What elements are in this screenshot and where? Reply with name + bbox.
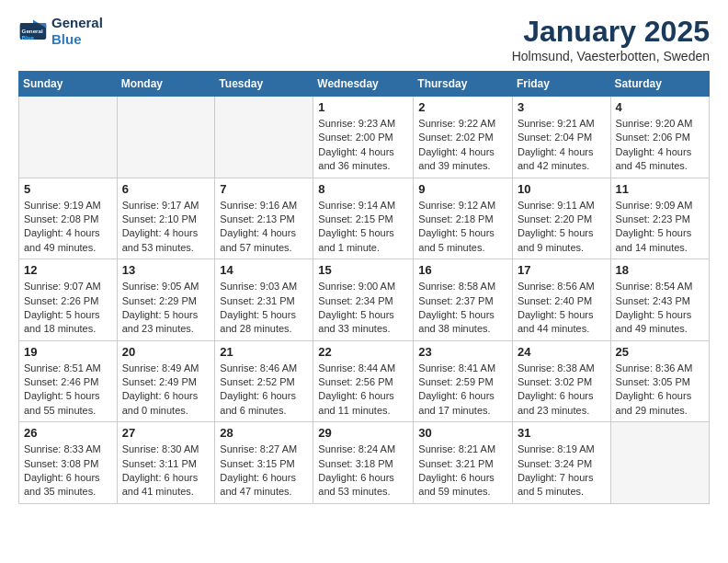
day-info: Sunrise: 9:12 AMSunset: 2:18 PMDaylight:… [418, 199, 507, 256]
calendar-cell: 13Sunrise: 9:05 AMSunset: 2:29 PMDayligh… [117, 259, 215, 341]
calendar-table: SundayMondayTuesdayWednesdayThursdayFrid… [18, 71, 710, 504]
title-block: January 2025 Holmsund, Vaesterbotten, Sw… [512, 15, 710, 63]
day-number: 19 [24, 345, 112, 359]
weekday-header: Saturday [610, 72, 709, 97]
day-number: 27 [122, 426, 210, 440]
calendar-cell [215, 97, 313, 178]
month-title: January 2025 [512, 15, 710, 49]
calendar-cell: 21Sunrise: 8:46 AMSunset: 2:52 PMDayligh… [215, 340, 313, 422]
day-info: Sunrise: 9:20 AMSunset: 2:06 PMDaylight:… [616, 117, 704, 174]
calendar-week-row: 19Sunrise: 8:51 AMSunset: 2:46 PMDayligh… [19, 340, 710, 422]
weekday-header: Thursday [414, 72, 513, 97]
day-number: 6 [122, 182, 210, 196]
day-info: Sunrise: 8:41 AMSunset: 2:59 PMDaylight:… [418, 362, 507, 419]
calendar-cell: 23Sunrise: 8:41 AMSunset: 2:59 PMDayligh… [414, 340, 513, 422]
calendar-cell: 8Sunrise: 9:14 AMSunset: 2:15 PMDaylight… [313, 178, 414, 259]
page-container: General Blue General Blue January 2025 H… [0, 0, 728, 519]
calendar-week-row: 12Sunrise: 9:07 AMSunset: 2:26 PMDayligh… [19, 259, 710, 341]
day-info: Sunrise: 8:51 AMSunset: 2:46 PMDaylight:… [24, 362, 112, 419]
day-number: 13 [122, 263, 210, 277]
weekday-header: Monday [117, 72, 215, 97]
day-info: Sunrise: 9:11 AMSunset: 2:20 PMDaylight:… [518, 199, 606, 256]
header: General Blue General Blue January 2025 H… [18, 15, 710, 63]
calendar-cell: 20Sunrise: 8:49 AMSunset: 2:49 PMDayligh… [117, 340, 215, 422]
day-info: Sunrise: 8:56 AMSunset: 2:40 PMDaylight:… [518, 280, 606, 337]
day-info: Sunrise: 9:21 AMSunset: 2:04 PMDaylight:… [518, 117, 606, 174]
day-number: 1 [318, 100, 408, 114]
calendar-cell: 6Sunrise: 9:17 AMSunset: 2:10 PMDaylight… [117, 178, 215, 259]
day-info: Sunrise: 8:36 AMSunset: 3:05 PMDaylight:… [616, 362, 704, 419]
day-info: Sunrise: 9:14 AMSunset: 2:15 PMDaylight:… [318, 199, 408, 256]
day-number: 22 [318, 345, 408, 359]
day-number: 20 [122, 345, 210, 359]
calendar-cell: 28Sunrise: 8:27 AMSunset: 3:15 PMDayligh… [215, 422, 313, 504]
day-info: Sunrise: 8:49 AMSunset: 2:49 PMDaylight:… [122, 362, 210, 419]
weekday-header: Tuesday [215, 72, 313, 97]
calendar-cell: 19Sunrise: 8:51 AMSunset: 2:46 PMDayligh… [19, 340, 118, 422]
weekday-header: Friday [512, 72, 610, 97]
day-number: 14 [220, 263, 308, 277]
calendar-header-row: SundayMondayTuesdayWednesdayThursdayFrid… [19, 72, 710, 97]
calendar-week-row: 26Sunrise: 8:33 AMSunset: 3:08 PMDayligh… [19, 422, 710, 504]
calendar-cell: 24Sunrise: 8:38 AMSunset: 3:02 PMDayligh… [512, 340, 610, 422]
day-info: Sunrise: 8:30 AMSunset: 3:11 PMDaylight:… [122, 442, 210, 500]
svg-text:General: General [22, 28, 43, 34]
day-number: 16 [418, 263, 507, 277]
calendar-cell: 25Sunrise: 8:36 AMSunset: 3:05 PMDayligh… [610, 340, 709, 422]
day-info: Sunrise: 9:23 AMSunset: 2:00 PMDaylight:… [318, 117, 408, 174]
calendar-cell [610, 422, 709, 504]
day-number: 4 [616, 100, 704, 114]
day-info: Sunrise: 8:33 AMSunset: 3:08 PMDaylight:… [24, 442, 112, 500]
weekday-header: Wednesday [313, 72, 414, 97]
day-info: Sunrise: 9:17 AMSunset: 2:10 PMDaylight:… [122, 199, 210, 256]
day-info: Sunrise: 9:07 AMSunset: 2:26 PMDaylight:… [24, 280, 112, 337]
day-number: 15 [318, 263, 408, 277]
calendar-cell: 27Sunrise: 8:30 AMSunset: 3:11 PMDayligh… [117, 422, 215, 504]
calendar-cell: 12Sunrise: 9:07 AMSunset: 2:26 PMDayligh… [19, 259, 118, 341]
day-number: 23 [418, 345, 507, 359]
day-number: 30 [418, 426, 507, 440]
calendar-cell [117, 97, 215, 178]
day-info: Sunrise: 9:00 AMSunset: 2:34 PMDaylight:… [318, 280, 408, 337]
day-number: 7 [220, 182, 308, 196]
day-number: 11 [616, 182, 704, 196]
calendar-cell: 5Sunrise: 9:19 AMSunset: 2:08 PMDaylight… [19, 178, 118, 259]
calendar-cell: 3Sunrise: 9:21 AMSunset: 2:04 PMDaylight… [512, 97, 610, 178]
calendar-cell: 1Sunrise: 9:23 AMSunset: 2:00 PMDaylight… [313, 97, 414, 178]
logo-text-line1: General [51, 15, 103, 31]
calendar-cell: 31Sunrise: 8:19 AMSunset: 3:24 PMDayligh… [512, 422, 610, 504]
calendar-cell: 29Sunrise: 8:24 AMSunset: 3:18 PMDayligh… [313, 422, 414, 504]
day-number: 8 [318, 182, 408, 196]
day-info: Sunrise: 8:27 AMSunset: 3:15 PMDaylight:… [220, 442, 308, 500]
calendar-cell: 15Sunrise: 9:00 AMSunset: 2:34 PMDayligh… [313, 259, 414, 341]
weekday-header: Sunday [19, 72, 118, 97]
day-number: 31 [518, 426, 606, 440]
calendar-cell [19, 97, 118, 178]
day-number: 28 [220, 426, 308, 440]
day-number: 18 [616, 263, 704, 277]
logo: General Blue General Blue [18, 15, 103, 48]
day-info: Sunrise: 9:09 AMSunset: 2:23 PMDaylight:… [616, 199, 704, 256]
day-info: Sunrise: 9:05 AMSunset: 2:29 PMDaylight:… [122, 280, 210, 337]
day-number: 29 [318, 426, 408, 440]
calendar-cell: 22Sunrise: 8:44 AMSunset: 2:56 PMDayligh… [313, 340, 414, 422]
day-number: 26 [24, 426, 112, 440]
calendar-cell: 4Sunrise: 9:20 AMSunset: 2:06 PMDaylight… [610, 97, 709, 178]
logo-icon: General Blue [18, 17, 48, 46]
day-info: Sunrise: 8:46 AMSunset: 2:52 PMDaylight:… [220, 362, 308, 419]
day-number: 24 [518, 345, 606, 359]
calendar-cell: 30Sunrise: 8:21 AMSunset: 3:21 PMDayligh… [414, 422, 513, 504]
day-info: Sunrise: 8:58 AMSunset: 2:37 PMDaylight:… [418, 280, 507, 337]
day-info: Sunrise: 8:38 AMSunset: 3:02 PMDaylight:… [518, 362, 606, 419]
calendar-week-row: 5Sunrise: 9:19 AMSunset: 2:08 PMDaylight… [19, 178, 710, 259]
day-info: Sunrise: 8:54 AMSunset: 2:43 PMDaylight:… [616, 280, 704, 337]
calendar-week-row: 1Sunrise: 9:23 AMSunset: 2:00 PMDaylight… [19, 97, 710, 178]
calendar-cell: 2Sunrise: 9:22 AMSunset: 2:02 PMDaylight… [414, 97, 513, 178]
day-info: Sunrise: 8:44 AMSunset: 2:56 PMDaylight:… [318, 362, 408, 419]
calendar-cell: 14Sunrise: 9:03 AMSunset: 2:31 PMDayligh… [215, 259, 313, 341]
calendar-cell: 18Sunrise: 8:54 AMSunset: 2:43 PMDayligh… [610, 259, 709, 341]
day-number: 3 [518, 100, 606, 114]
svg-text:Blue: Blue [22, 34, 35, 40]
calendar-cell: 9Sunrise: 9:12 AMSunset: 2:18 PMDaylight… [414, 178, 513, 259]
day-number: 25 [616, 345, 704, 359]
